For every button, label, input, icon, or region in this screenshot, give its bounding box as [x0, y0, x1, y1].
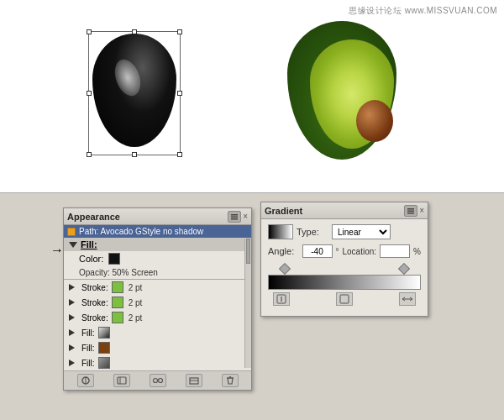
angle-input[interactable] — [302, 244, 333, 258]
stroke1-label: Stroke: — [81, 283, 108, 292]
fill1-swatch[interactable] — [98, 327, 110, 339]
stroke2-pt: 2 pt — [129, 298, 143, 307]
fill1-expand-icon — [69, 329, 75, 336]
handle-tl[interactable] — [87, 29, 92, 34]
fill3-label: Fill: — [81, 359, 95, 368]
appearance-toolbar — [64, 370, 251, 390]
handle-bc[interactable] — [132, 152, 137, 157]
svg-rect-1 — [231, 216, 238, 218]
opacity-label: Opacity: 50% Screen — [79, 268, 158, 277]
stroke-row-3: Stroke: 2 pt — [64, 310, 251, 325]
path-label: Path: Avocado GStyle no shadow — [79, 227, 203, 236]
stroke3-pt: 2 pt — [129, 313, 143, 323]
location-label: Location: — [343, 247, 377, 256]
opacity-row: Opacity: 50% Screen — [64, 266, 251, 279]
stroke3-expand-icon — [69, 314, 75, 321]
fill2-swatch[interactable] — [98, 342, 110, 354]
canvas-area: 思缘设计论坛 www.MISSVUAN.COM — [0, 0, 504, 193]
toolbar-btn-2[interactable] — [113, 374, 130, 387]
appearance-close-button[interactable]: × — [243, 212, 248, 221]
gradient-body: Type: Linear Radial Angle: ° Location: % — [261, 219, 428, 316]
avocado-shine — [110, 56, 145, 100]
path-dot — [67, 228, 76, 236]
handle-br[interactable] — [177, 152, 182, 157]
appearance-menu-button[interactable] — [228, 211, 241, 223]
handle-ml[interactable] — [87, 91, 92, 96]
avocado-right — [277, 17, 407, 172]
handle-mr[interactable] — [177, 91, 182, 96]
type-label: Type: — [297, 227, 328, 237]
fill2-expand-icon — [69, 344, 75, 351]
svg-rect-15 — [407, 210, 414, 212]
gradient-menu-button[interactable] — [404, 205, 417, 217]
stroke3-label: Stroke: — [81, 313, 108, 323]
path-header: Path: Avocado GStyle no shadow — [64, 225, 251, 238]
fill-color-swatch[interactable] — [108, 253, 120, 265]
handle-bl[interactable] — [87, 152, 92, 157]
avocado-seed — [356, 100, 393, 142]
avocado-outer-skin — [287, 21, 396, 160]
fill-row-3: Fill: — [64, 355, 251, 370]
stroke-row-1: Stroke: 2 pt — [64, 280, 251, 295]
stroke1-swatch[interactable] — [112, 281, 123, 293]
toolbar-btn-1[interactable] — [77, 374, 94, 387]
fill3-expand-icon — [69, 360, 75, 366]
stop-handle-1[interactable] — [279, 263, 291, 275]
appearance-titlebar: Appearance × — [64, 208, 251, 225]
svg-rect-16 — [407, 213, 414, 214]
angle-label: Angle: — [268, 246, 299, 256]
svg-rect-5 — [118, 377, 126, 384]
svg-point-7 — [153, 379, 157, 383]
stroke2-expand-icon — [69, 299, 75, 306]
bottom-panel: → Appearance × Path: Avocado GStyle no s… — [0, 195, 504, 420]
fill3-swatch[interactable] — [98, 357, 110, 369]
gradient-angle-row: Angle: ° Location: % — [268, 244, 421, 258]
svg-rect-14 — [407, 208, 414, 210]
toolbar-delete-btn[interactable] — [222, 374, 239, 387]
fill-header[interactable]: Fill: — [64, 238, 251, 251]
appearance-title: Appearance — [67, 212, 120, 222]
stroke1-pt: 2 pt — [129, 283, 143, 292]
fill1-label: Fill: — [81, 328, 95, 338]
gradient-panel: Gradient × Type: Linear Radial Ang — [260, 202, 428, 317]
svg-rect-0 — [231, 214, 238, 216]
stroke2-label: Stroke: — [81, 298, 108, 307]
gradient-close-button[interactable]: × — [419, 206, 424, 215]
gradient-titlebar: Gradient × — [261, 202, 428, 219]
location-input[interactable] — [380, 244, 410, 258]
avocado-inner-flesh — [310, 39, 394, 149]
gradient-slider-area — [268, 265, 421, 306]
stop-add-btn[interactable] — [273, 292, 290, 306]
handle-tr[interactable] — [177, 29, 182, 34]
type-select[interactable]: Linear Radial — [332, 224, 391, 239]
arrow-indicator: → — [50, 243, 64, 258]
fill-row-1: Fill: — [64, 325, 251, 340]
toolbar-btn-4[interactable] — [186, 374, 202, 387]
stroke2-swatch[interactable] — [112, 297, 123, 308]
gradient-type-row: Type: Linear Radial — [268, 224, 421, 239]
fill-color-row: Color: — [64, 251, 251, 266]
color-label: Color: — [79, 254, 103, 264]
fill-row-2: Fill: — [64, 340, 251, 355]
toolbar-btn-3[interactable] — [150, 374, 166, 387]
stop-handle-2[interactable] — [398, 263, 410, 275]
scrollbar-thumb[interactable] — [246, 239, 250, 264]
stop-reverse-btn[interactable] — [399, 292, 416, 306]
watermark: 思缘设计论坛 www.MISSVUAN.COM — [349, 5, 497, 17]
svg-point-8 — [158, 379, 162, 383]
fill-expand-icon — [69, 242, 77, 248]
stroke-row-2: Stroke: 2 pt — [64, 295, 251, 310]
stroke3-swatch[interactable] — [112, 312, 123, 323]
stroke1-expand-icon — [69, 284, 75, 291]
gradient-track[interactable] — [268, 275, 421, 290]
scrollbar[interactable] — [244, 239, 251, 368]
fill-label: Fill: — [81, 239, 97, 249]
gradient-preview-swatch — [268, 224, 293, 239]
avocado-left[interactable] — [84, 21, 185, 155]
svg-rect-19 — [340, 295, 349, 303]
appearance-panel: Appearance × Path: Avocado GStyle no sha… — [63, 207, 252, 391]
degree-symbol: ° — [336, 247, 339, 256]
fill2-label: Fill: — [81, 344, 95, 353]
stop-delete-btn[interactable] — [336, 292, 353, 306]
gradient-title: Gradient — [265, 206, 302, 216]
